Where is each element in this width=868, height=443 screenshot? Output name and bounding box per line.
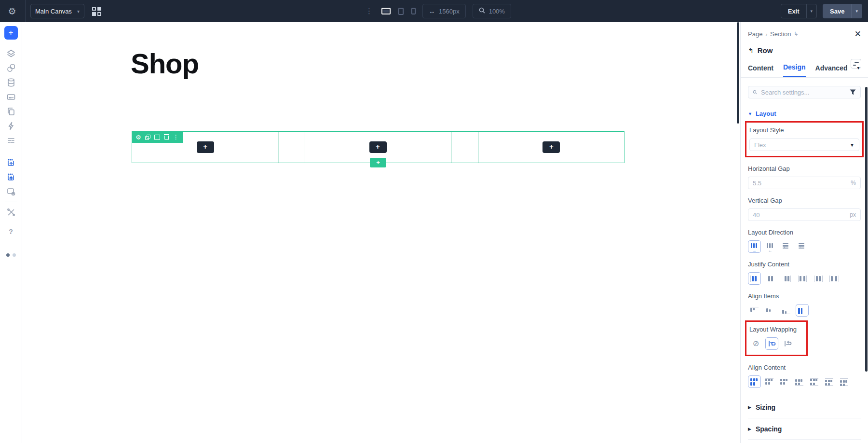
direction-column-icon[interactable]: ↓ bbox=[780, 240, 793, 253]
row-kebab-icon[interactable]: ⋮ bbox=[173, 134, 179, 140]
add-element-to-column-button[interactable]: + bbox=[197, 141, 214, 153]
vertical-gap-unit[interactable]: px bbox=[850, 211, 856, 218]
layout-style-dropdown[interactable]: Flex ▼ bbox=[749, 138, 859, 151]
filter-funnel-icon[interactable] bbox=[850, 89, 856, 95]
left-sidebar: + ? bbox=[0, 22, 22, 443]
search-settings-box bbox=[748, 86, 861, 98]
builder-settings-gear-icon[interactable]: ⚙ bbox=[6, 6, 18, 17]
kebab-menu-icon[interactable]: ⋮ bbox=[366, 7, 373, 15]
search-icon bbox=[753, 89, 757, 95]
exit-button[interactable]: Exit bbox=[781, 4, 806, 18]
justify-content-options bbox=[748, 272, 861, 285]
selected-row-outline[interactable]: ⚙ ⋮ + + + + bbox=[132, 131, 624, 163]
tab-design[interactable]: Design bbox=[783, 63, 806, 77]
align-content-center-icon[interactable] bbox=[778, 375, 791, 388]
tools-icon[interactable] bbox=[4, 205, 18, 220]
add-element-to-column-button[interactable]: + bbox=[542, 141, 560, 153]
sizing-section-toggle[interactable]: ▶ Sizing bbox=[748, 397, 861, 418]
bolt-icon[interactable] bbox=[4, 119, 18, 133]
align-content-stretch-icon[interactable] bbox=[748, 375, 761, 388]
toolbar-divider bbox=[25, 0, 26, 22]
desktop-breakpoint-icon[interactable] bbox=[381, 8, 391, 14]
save-chevron-icon[interactable]: ▾ bbox=[851, 4, 862, 18]
horizontal-gap-input[interactable]: 5.5 % bbox=[748, 177, 861, 189]
layout-wrapping-highlight-box: Layout Wrapping ⊘ bbox=[745, 320, 808, 356]
align-content-flex-end-icon[interactable] bbox=[793, 375, 806, 388]
border-section-toggle[interactable]: ▶ Border bbox=[748, 439, 861, 443]
tablet-breakpoint-icon[interactable] bbox=[398, 8, 404, 15]
dot-active bbox=[6, 253, 10, 257]
justify-space-evenly-icon[interactable] bbox=[827, 272, 841, 285]
database-icon[interactable] bbox=[4, 75, 18, 90]
close-icon[interactable]: ✕ bbox=[854, 29, 861, 39]
zoom-magnifier-icon bbox=[479, 7, 485, 15]
wrap-icon[interactable] bbox=[765, 337, 778, 350]
help-icon[interactable]: ? bbox=[4, 224, 18, 239]
wrap-reverse-icon[interactable] bbox=[781, 337, 794, 350]
layers-icon[interactable] bbox=[4, 46, 18, 61]
top-toolbar: ⚙ Main Canvas ▾ ⋮ ↔ 1560px 100% Exit ▾ bbox=[0, 0, 868, 22]
element-name: Row bbox=[758, 46, 773, 55]
add-row-below-button[interactable]: + bbox=[370, 158, 386, 167]
align-items-center-icon[interactable] bbox=[764, 304, 777, 317]
align-items-flex-end-icon[interactable] bbox=[780, 304, 793, 317]
wrap-none-icon[interactable]: ⊘ bbox=[749, 337, 762, 350]
align-content-space-between-icon[interactable] bbox=[808, 375, 821, 388]
save-button[interactable]: Save bbox=[823, 4, 851, 18]
grid-view-icon[interactable] bbox=[92, 7, 101, 16]
sidebar-page-dots[interactable] bbox=[6, 253, 16, 257]
direction-row-icon[interactable]: → bbox=[748, 240, 761, 253]
spacing-section-toggle[interactable]: ▶ Spacing bbox=[748, 418, 861, 439]
tabs-chevron-down-icon[interactable]: ▾ bbox=[857, 65, 860, 75]
row-columns-icon[interactable] bbox=[154, 135, 160, 140]
form-field-icon[interactable] bbox=[4, 90, 18, 104]
phone-breakpoint-icon[interactable] bbox=[411, 8, 416, 14]
row-column-3[interactable]: + bbox=[479, 132, 624, 163]
canvas-selector-label: Main Canvas bbox=[35, 8, 72, 15]
save-split-button: Save ▾ bbox=[823, 4, 862, 18]
vertical-gap-value: 40 bbox=[753, 211, 760, 219]
canvas-zoom-control[interactable]: 100% bbox=[473, 4, 511, 18]
window-settings-icon[interactable] bbox=[4, 184, 18, 199]
row-duplicate-icon[interactable] bbox=[145, 135, 150, 140]
window-scrollbar-thumb[interactable] bbox=[865, 87, 868, 372]
add-element-button[interactable]: + bbox=[4, 26, 18, 40]
breadcrumb-page[interactable]: Page bbox=[748, 30, 762, 38]
align-content-flex-start-icon[interactable] bbox=[763, 375, 776, 388]
vertical-gap-input[interactable]: 40 px bbox=[748, 208, 861, 221]
back-arrow-icon[interactable]: ↰ bbox=[748, 47, 754, 55]
row-settings-gear-icon[interactable]: ⚙ bbox=[136, 134, 141, 140]
caret-right-icon: ▶ bbox=[748, 405, 751, 410]
canvas-width-control[interactable]: ↔ 1560px bbox=[422, 4, 466, 18]
exit-split-button: Exit ▾ bbox=[781, 4, 817, 18]
breadcrumb-section[interactable]: Section bbox=[770, 30, 791, 38]
panel-scrollbar-thumb[interactable] bbox=[737, 22, 739, 124]
insert-mode-alt-icon[interactable] bbox=[4, 170, 18, 184]
horizontal-gap-unit[interactable]: % bbox=[851, 180, 856, 186]
align-content-space-evenly-icon[interactable] bbox=[838, 375, 851, 388]
tab-content[interactable]: Content bbox=[748, 64, 773, 77]
list-settings-icon[interactable] bbox=[4, 133, 18, 148]
align-content-space-around-icon[interactable] bbox=[823, 375, 836, 388]
design-library-icon[interactable] bbox=[4, 61, 18, 75]
justify-flex-end-icon[interactable] bbox=[780, 272, 793, 285]
canvas-selector-dropdown[interactable]: Main Canvas ▾ bbox=[30, 4, 84, 18]
search-settings-input[interactable] bbox=[761, 89, 846, 96]
layout-section-header[interactable]: ▼ Layout bbox=[748, 110, 861, 117]
justify-center-icon[interactable] bbox=[764, 272, 777, 285]
row-toolbar: ⚙ ⋮ bbox=[132, 131, 183, 143]
page-title-heading[interactable]: Shop bbox=[131, 47, 199, 80]
copy-pages-icon[interactable] bbox=[4, 104, 18, 119]
exit-chevron-icon[interactable]: ▾ bbox=[806, 4, 817, 18]
align-items-stretch-icon[interactable] bbox=[796, 304, 809, 317]
justify-space-between-icon[interactable] bbox=[796, 272, 809, 285]
justify-flex-start-icon[interactable] bbox=[748, 272, 761, 285]
justify-space-around-icon[interactable] bbox=[812, 272, 825, 285]
direction-row-reverse-icon[interactable]: ← bbox=[764, 240, 777, 253]
direction-column-reverse-icon[interactable]: ↑ bbox=[796, 240, 809, 253]
align-items-flex-start-icon[interactable] bbox=[748, 304, 761, 317]
row-trash-icon[interactable] bbox=[164, 134, 169, 140]
tab-advanced[interactable]: Advanced bbox=[815, 64, 848, 77]
insert-mode-icon[interactable] bbox=[4, 155, 18, 170]
add-element-to-column-button[interactable]: + bbox=[369, 141, 387, 153]
